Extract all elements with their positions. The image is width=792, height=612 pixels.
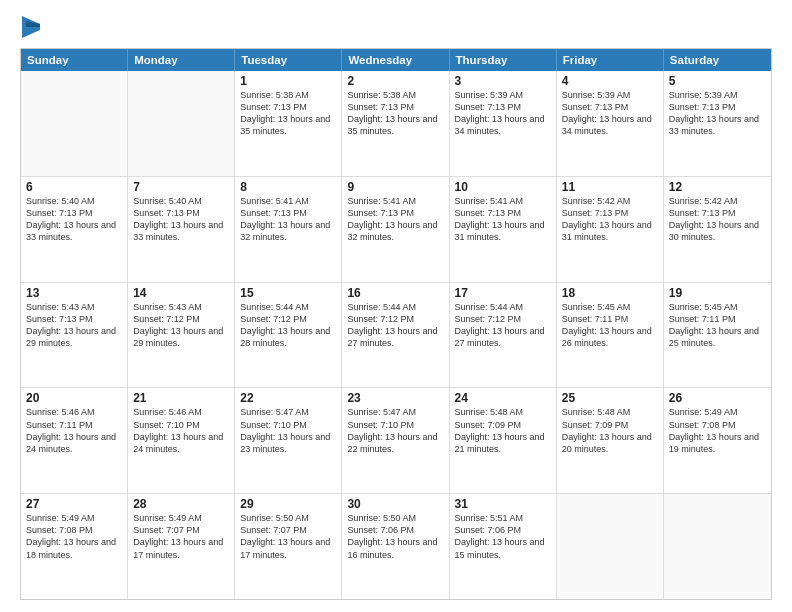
calendar-cell: 2Sunrise: 5:38 AM Sunset: 7:13 PM Daylig… [342, 71, 449, 176]
day-number: 18 [562, 286, 658, 300]
calendar-row-1: 1Sunrise: 5:38 AM Sunset: 7:13 PM Daylig… [21, 71, 771, 177]
calendar-cell: 28Sunrise: 5:49 AM Sunset: 7:07 PM Dayli… [128, 494, 235, 599]
cell-info: Sunrise: 5:49 AM Sunset: 7:08 PM Dayligh… [26, 512, 122, 561]
cell-info: Sunrise: 5:41 AM Sunset: 7:13 PM Dayligh… [347, 195, 443, 244]
calendar-cell: 19Sunrise: 5:45 AM Sunset: 7:11 PM Dayli… [664, 283, 771, 388]
header-day-sunday: Sunday [21, 49, 128, 71]
cell-info: Sunrise: 5:48 AM Sunset: 7:09 PM Dayligh… [562, 406, 658, 455]
calendar-cell: 22Sunrise: 5:47 AM Sunset: 7:10 PM Dayli… [235, 388, 342, 493]
day-number: 5 [669, 74, 766, 88]
day-number: 6 [26, 180, 122, 194]
calendar-cell: 18Sunrise: 5:45 AM Sunset: 7:11 PM Dayli… [557, 283, 664, 388]
day-number: 15 [240, 286, 336, 300]
cell-info: Sunrise: 5:38 AM Sunset: 7:13 PM Dayligh… [347, 89, 443, 138]
header-day-monday: Monday [128, 49, 235, 71]
calendar-cell: 27Sunrise: 5:49 AM Sunset: 7:08 PM Dayli… [21, 494, 128, 599]
day-number: 3 [455, 74, 551, 88]
day-number: 12 [669, 180, 766, 194]
day-number: 24 [455, 391, 551, 405]
header-day-tuesday: Tuesday [235, 49, 342, 71]
header-day-saturday: Saturday [664, 49, 771, 71]
calendar-cell: 3Sunrise: 5:39 AM Sunset: 7:13 PM Daylig… [450, 71, 557, 176]
cell-info: Sunrise: 5:46 AM Sunset: 7:11 PM Dayligh… [26, 406, 122, 455]
cell-info: Sunrise: 5:43 AM Sunset: 7:12 PM Dayligh… [133, 301, 229, 350]
calendar-cell: 17Sunrise: 5:44 AM Sunset: 7:12 PM Dayli… [450, 283, 557, 388]
calendar-cell: 31Sunrise: 5:51 AM Sunset: 7:06 PM Dayli… [450, 494, 557, 599]
day-number: 14 [133, 286, 229, 300]
calendar-cell [557, 494, 664, 599]
cell-info: Sunrise: 5:39 AM Sunset: 7:13 PM Dayligh… [669, 89, 766, 138]
calendar-cell: 7Sunrise: 5:40 AM Sunset: 7:13 PM Daylig… [128, 177, 235, 282]
calendar-header: SundayMondayTuesdayWednesdayThursdayFrid… [21, 49, 771, 71]
day-number: 7 [133, 180, 229, 194]
calendar-cell: 12Sunrise: 5:42 AM Sunset: 7:13 PM Dayli… [664, 177, 771, 282]
day-number: 20 [26, 391, 122, 405]
calendar-row-2: 6Sunrise: 5:40 AM Sunset: 7:13 PM Daylig… [21, 177, 771, 283]
cell-info: Sunrise: 5:40 AM Sunset: 7:13 PM Dayligh… [26, 195, 122, 244]
cell-info: Sunrise: 5:47 AM Sunset: 7:10 PM Dayligh… [240, 406, 336, 455]
cell-info: Sunrise: 5:46 AM Sunset: 7:10 PM Dayligh… [133, 406, 229, 455]
cell-info: Sunrise: 5:42 AM Sunset: 7:13 PM Dayligh… [669, 195, 766, 244]
calendar-row-3: 13Sunrise: 5:43 AM Sunset: 7:13 PM Dayli… [21, 283, 771, 389]
day-number: 26 [669, 391, 766, 405]
cell-info: Sunrise: 5:50 AM Sunset: 7:07 PM Dayligh… [240, 512, 336, 561]
day-number: 2 [347, 74, 443, 88]
day-number: 10 [455, 180, 551, 194]
cell-info: Sunrise: 5:44 AM Sunset: 7:12 PM Dayligh… [347, 301, 443, 350]
header [20, 18, 772, 38]
day-number: 17 [455, 286, 551, 300]
cell-info: Sunrise: 5:39 AM Sunset: 7:13 PM Dayligh… [455, 89, 551, 138]
calendar-cell: 14Sunrise: 5:43 AM Sunset: 7:12 PM Dayli… [128, 283, 235, 388]
header-day-wednesday: Wednesday [342, 49, 449, 71]
cell-info: Sunrise: 5:45 AM Sunset: 7:11 PM Dayligh… [562, 301, 658, 350]
day-number: 29 [240, 497, 336, 511]
calendar-cell [21, 71, 128, 176]
day-number: 8 [240, 180, 336, 194]
cell-info: Sunrise: 5:39 AM Sunset: 7:13 PM Dayligh… [562, 89, 658, 138]
calendar-cell: 5Sunrise: 5:39 AM Sunset: 7:13 PM Daylig… [664, 71, 771, 176]
page: SundayMondayTuesdayWednesdayThursdayFrid… [0, 0, 792, 612]
calendar-cell: 4Sunrise: 5:39 AM Sunset: 7:13 PM Daylig… [557, 71, 664, 176]
logo-icon [22, 16, 40, 38]
calendar-cell: 1Sunrise: 5:38 AM Sunset: 7:13 PM Daylig… [235, 71, 342, 176]
calendar-cell: 9Sunrise: 5:41 AM Sunset: 7:13 PM Daylig… [342, 177, 449, 282]
day-number: 27 [26, 497, 122, 511]
calendar-cell: 26Sunrise: 5:49 AM Sunset: 7:08 PM Dayli… [664, 388, 771, 493]
cell-info: Sunrise: 5:41 AM Sunset: 7:13 PM Dayligh… [455, 195, 551, 244]
day-number: 30 [347, 497, 443, 511]
cell-info: Sunrise: 5:45 AM Sunset: 7:11 PM Dayligh… [669, 301, 766, 350]
day-number: 1 [240, 74, 336, 88]
cell-info: Sunrise: 5:48 AM Sunset: 7:09 PM Dayligh… [455, 406, 551, 455]
calendar-cell: 10Sunrise: 5:41 AM Sunset: 7:13 PM Dayli… [450, 177, 557, 282]
calendar-cell: 8Sunrise: 5:41 AM Sunset: 7:13 PM Daylig… [235, 177, 342, 282]
cell-info: Sunrise: 5:42 AM Sunset: 7:13 PM Dayligh… [562, 195, 658, 244]
day-number: 22 [240, 391, 336, 405]
calendar-row-5: 27Sunrise: 5:49 AM Sunset: 7:08 PM Dayli… [21, 494, 771, 599]
cell-info: Sunrise: 5:51 AM Sunset: 7:06 PM Dayligh… [455, 512, 551, 561]
day-number: 16 [347, 286, 443, 300]
cell-info: Sunrise: 5:41 AM Sunset: 7:13 PM Dayligh… [240, 195, 336, 244]
day-number: 31 [455, 497, 551, 511]
cell-info: Sunrise: 5:49 AM Sunset: 7:07 PM Dayligh… [133, 512, 229, 561]
cell-info: Sunrise: 5:50 AM Sunset: 7:06 PM Dayligh… [347, 512, 443, 561]
calendar: SundayMondayTuesdayWednesdayThursdayFrid… [20, 48, 772, 600]
day-number: 13 [26, 286, 122, 300]
calendar-cell: 24Sunrise: 5:48 AM Sunset: 7:09 PM Dayli… [450, 388, 557, 493]
day-number: 21 [133, 391, 229, 405]
header-day-thursday: Thursday [450, 49, 557, 71]
calendar-cell: 30Sunrise: 5:50 AM Sunset: 7:06 PM Dayli… [342, 494, 449, 599]
logo [20, 18, 40, 38]
day-number: 28 [133, 497, 229, 511]
calendar-cell: 21Sunrise: 5:46 AM Sunset: 7:10 PM Dayli… [128, 388, 235, 493]
calendar-cell: 23Sunrise: 5:47 AM Sunset: 7:10 PM Dayli… [342, 388, 449, 493]
day-number: 4 [562, 74, 658, 88]
calendar-cell: 29Sunrise: 5:50 AM Sunset: 7:07 PM Dayli… [235, 494, 342, 599]
header-day-friday: Friday [557, 49, 664, 71]
cell-info: Sunrise: 5:44 AM Sunset: 7:12 PM Dayligh… [455, 301, 551, 350]
calendar-row-4: 20Sunrise: 5:46 AM Sunset: 7:11 PM Dayli… [21, 388, 771, 494]
calendar-cell: 16Sunrise: 5:44 AM Sunset: 7:12 PM Dayli… [342, 283, 449, 388]
calendar-cell: 11Sunrise: 5:42 AM Sunset: 7:13 PM Dayli… [557, 177, 664, 282]
calendar-cell: 20Sunrise: 5:46 AM Sunset: 7:11 PM Dayli… [21, 388, 128, 493]
calendar-cell: 13Sunrise: 5:43 AM Sunset: 7:13 PM Dayli… [21, 283, 128, 388]
day-number: 19 [669, 286, 766, 300]
